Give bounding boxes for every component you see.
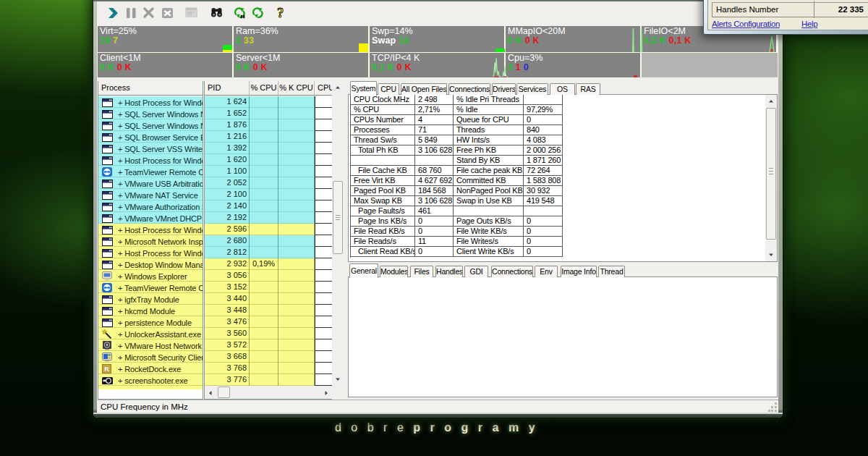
svg-text:?: ? [277, 5, 284, 20]
svg-text:R: R [104, 366, 109, 373]
